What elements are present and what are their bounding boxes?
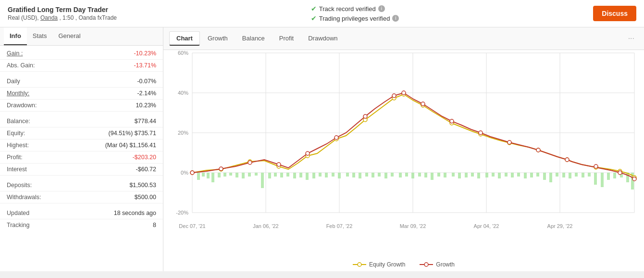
check-icon-2: ✔ — [311, 14, 317, 22]
svg-rect-44 — [319, 173, 322, 177]
stat-interest: Interest -$60.72 — [0, 164, 163, 176]
svg-rect-62 — [437, 173, 440, 177]
svg-text:Jan 06, '22: Jan 06, '22 — [253, 223, 278, 229]
svg-rect-55 — [391, 173, 394, 177]
svg-rect-64 — [452, 173, 455, 177]
withdrawals-label: Withdrawals: — [7, 194, 41, 201]
svg-rect-37 — [274, 173, 277, 177]
gain-label[interactable]: Gain : — [7, 50, 23, 57]
tab-info[interactable]: Info — [4, 27, 27, 45]
stat-gain: Gain : -10.23% — [0, 48, 163, 60]
header-left: Gratified Long Term Day Trader Real (USD… — [8, 6, 117, 21]
svg-rect-45 — [325, 173, 328, 177]
chart-tab-drawdown[interactable]: Drawdown — [301, 32, 344, 46]
more-options-button[interactable]: ··· — [624, 32, 638, 45]
withdrawals-value: $500.00 — [135, 194, 156, 201]
equity-value: (94.51%) $735.71 — [109, 130, 156, 137]
tab-stats[interactable]: Stats — [27, 27, 53, 45]
svg-rect-28 — [218, 173, 221, 177]
account-subtitle: Real (USD), Oanda , 1:50 , Oanda fxTrade — [8, 14, 117, 21]
highest-value: (Mar 04) $1,156.41 — [105, 142, 156, 149]
svg-rect-48 — [346, 173, 349, 177]
stat-tracking: Tracking 8 — [0, 219, 163, 231]
chart-tab-profit[interactable]: Profit — [272, 32, 300, 46]
svg-rect-49 — [352, 173, 355, 177]
svg-text:20%: 20% — [178, 130, 188, 136]
svg-rect-47 — [338, 173, 341, 178]
svg-text:40%: 40% — [178, 90, 188, 96]
svg-rect-33 — [248, 173, 251, 177]
chart-tab-chart[interactable]: Chart — [169, 31, 200, 46]
svg-rect-76 — [530, 173, 533, 177]
stat-highest: Highest: (Mar 04) $1,156.41 — [0, 139, 163, 152]
svg-rect-61 — [431, 173, 433, 180]
svg-rect-54 — [384, 173, 387, 178]
svg-rect-58 — [411, 173, 414, 178]
svg-rect-39 — [286, 173, 289, 177]
svg-rect-84 — [582, 173, 584, 177]
svg-point-115 — [306, 152, 310, 155]
tab-general[interactable]: General — [52, 27, 86, 45]
svg-rect-46 — [332, 173, 334, 177]
deposits-label: Deposits: — [7, 182, 32, 189]
stat-withdrawals: Withdrawals: $500.00 — [0, 191, 163, 203]
chart-area: .grid-line { stroke: #e0e0e0; stroke-wid… — [163, 50, 644, 271]
svg-rect-35 — [261, 173, 264, 188]
svg-rect-60 — [424, 173, 427, 177]
svg-rect-80 — [556, 173, 558, 177]
profit-label: Profit: — [7, 154, 23, 161]
track-record-label: Track record verified — [319, 5, 376, 13]
svg-rect-89 — [613, 173, 616, 178]
svg-text:-20%: -20% — [176, 210, 188, 215]
updated-value: 18 seconds ago — [114, 210, 156, 216]
growth-chart: .grid-line { stroke: #e0e0e0; stroke-wid… — [163, 50, 644, 257]
chart-tabs: Chart Growth Balance Profit Drawdown ··· — [163, 27, 644, 50]
stat-equity: Equity: (94.51%) $735.71 — [0, 127, 163, 139]
chart-tab-growth[interactable]: Growth — [201, 32, 235, 46]
balance-value: $778.44 — [135, 118, 156, 125]
drawdown-value: 10.23% — [136, 102, 156, 109]
interest-label: Interest — [7, 166, 27, 173]
info-icon-1[interactable]: i — [378, 5, 385, 12]
svg-rect-53 — [378, 173, 381, 177]
svg-point-122 — [479, 131, 483, 135]
monthly-label[interactable]: Monthly: — [7, 90, 29, 97]
svg-rect-29 — [223, 173, 226, 177]
svg-rect-78 — [543, 173, 546, 180]
svg-text:Apr 04, '22: Apr 04, '22 — [474, 223, 499, 229]
chart-legend: Equity Growth Growth — [163, 258, 644, 271]
info-icon-2[interactable]: i — [392, 15, 399, 22]
stat-monthly: Monthly: -2.14% — [0, 88, 163, 100]
svg-rect-63 — [444, 173, 446, 177]
trading-privileges-label: Trading privileges verified — [319, 15, 390, 22]
svg-rect-70 — [492, 173, 495, 177]
svg-rect-69 — [485, 173, 488, 177]
check-icon-1: ✔ — [311, 5, 317, 13]
svg-text:Mar 09, '22: Mar 09, '22 — [400, 223, 426, 229]
stat-profit: Profit: -$203.20 — [0, 152, 163, 164]
tracking-value: 8 — [153, 222, 156, 228]
svg-rect-31 — [235, 173, 238, 177]
growth-legend-label: Growth — [436, 261, 455, 268]
svg-point-121 — [450, 119, 454, 123]
svg-rect-25 — [202, 173, 205, 177]
stat-abs-gain: Abs. Gain: -13.71% — [0, 60, 163, 72]
discuss-button[interactable]: Discuss — [593, 6, 636, 21]
svg-rect-59 — [418, 173, 421, 177]
broker-link[interactable]: Oanda — [40, 14, 58, 21]
chart-tab-balance[interactable]: Balance — [235, 32, 272, 46]
svg-text:0%: 0% — [181, 170, 188, 176]
svg-point-130 — [358, 263, 361, 266]
svg-point-124 — [536, 148, 540, 152]
svg-rect-43 — [312, 173, 315, 178]
svg-rect-77 — [536, 173, 539, 177]
svg-point-126 — [594, 164, 598, 168]
svg-rect-74 — [517, 173, 520, 177]
svg-rect-38 — [280, 173, 283, 177]
verified-section: ✔ Track record verified i ✔ Trading priv… — [311, 5, 399, 22]
updated-label: Updated — [7, 210, 29, 216]
svg-rect-30 — [229, 173, 232, 176]
drawdown-label: Drawdown: — [7, 102, 37, 109]
svg-rect-66 — [465, 173, 468, 177]
legend-growth: Growth — [420, 261, 455, 268]
